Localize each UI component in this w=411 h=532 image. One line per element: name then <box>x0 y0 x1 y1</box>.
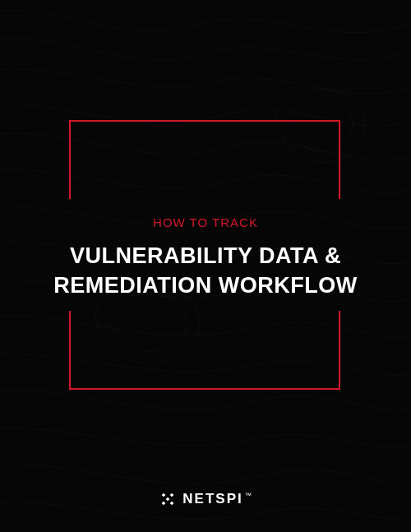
headline-line: VULNERABILITY DATA & <box>0 241 411 271</box>
svg-rect-4 <box>170 502 174 506</box>
svg-rect-1 <box>162 493 166 497</box>
svg-rect-0 <box>166 497 170 502</box>
logo-trademark: ™ <box>245 492 252 499</box>
title-block: HOW TO TRACK VULNERABILITY DATA & REMEDI… <box>0 215 411 301</box>
netspi-cross-icon <box>159 491 176 507</box>
svg-rect-2 <box>170 493 174 497</box>
logo-name: NETSPI <box>182 491 242 507</box>
eyebrow-text: HOW TO TRACK <box>0 215 411 229</box>
logo-text: NETSPI™ <box>182 491 251 507</box>
svg-rect-3 <box>162 502 166 506</box>
headline-line: REMEDIATION WORKFLOW <box>0 271 411 300</box>
brand-logo: NETSPI™ <box>0 491 411 511</box>
headline: VULNERABILITY DATA & REMEDIATION WORKFLO… <box>0 241 411 301</box>
cover-page: HOW TO TRACK VULNERABILITY DATA & REMEDI… <box>0 0 411 532</box>
